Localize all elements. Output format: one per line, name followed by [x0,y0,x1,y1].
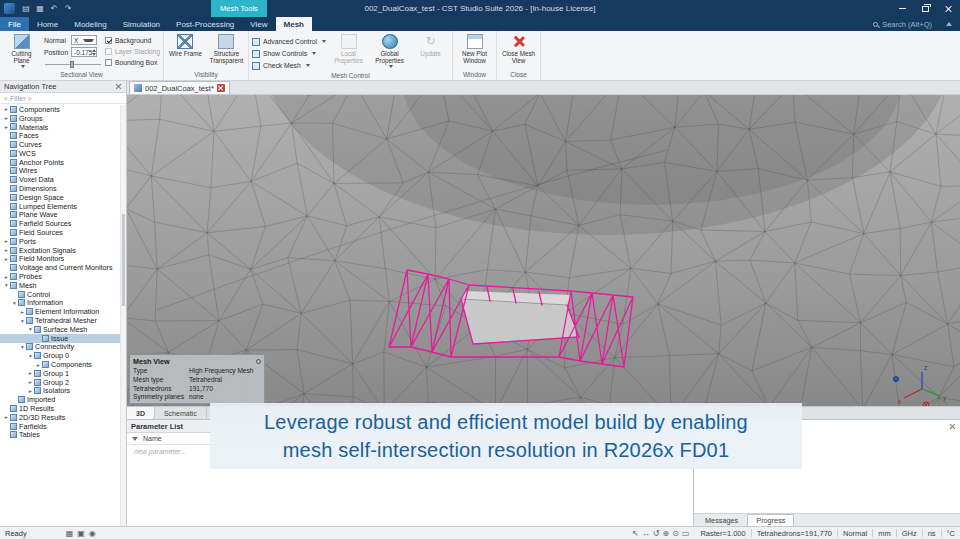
view-tab-3d[interactable]: 3D [127,407,155,419]
tree-expander-icon[interactable]: ▾ [27,353,34,359]
tree-item-group-2[interactable]: ▸Group 2 [0,378,126,387]
tree-item-imported[interactable]: Imported [0,395,126,404]
contextual-tab-mesh-tools[interactable]: Mesh Tools [211,0,267,17]
document-tab[interactable]: 002_DualCoax_test* [129,81,230,94]
close-panel-icon[interactable] [949,423,956,430]
mesh-3d-viewport[interactable]: xyz Mesh View TypeHigh Frequency MeshMes… [127,95,960,419]
collapse-ribbon-icon[interactable] [946,22,952,26]
close-panel-icon[interactable] [115,83,122,90]
tree-item-faces[interactable]: Faces [0,131,126,140]
tree-expander-icon[interactable]: ▸ [27,379,34,385]
tree-expander-icon[interactable]: ▾ [19,318,26,324]
tree-item-issue[interactable]: Issue [0,334,126,343]
pin-icon[interactable] [256,359,261,364]
doc-tab-close-icon[interactable] [217,84,225,92]
tree-expander-icon[interactable]: ▾ [19,344,26,350]
tree-item-farfields[interactable]: Farfields [0,422,126,431]
tree-expander-icon[interactable]: ▾ [3,282,10,288]
tree-item-materials[interactable]: ▸Materials [0,123,126,132]
tree-item-surface-mesh[interactable]: ▾Surface Mesh [0,325,126,334]
zoom-in-icon[interactable]: ⊕ [662,529,669,538]
tree-scrollbar[interactable] [120,105,126,526]
tree-item-field-sources[interactable]: Field Sources [0,228,126,237]
restore-button[interactable] [914,0,937,17]
rotate-icon[interactable]: ↺ [653,529,660,538]
menu-tab-simulation[interactable]: Simulation [115,17,168,31]
menu-tab-modeling[interactable]: Modeling [66,17,114,31]
new-icon[interactable]: ▤ [20,4,32,13]
menu-tab-mesh[interactable]: Mesh [276,17,312,31]
filter-icon[interactable] [132,437,138,441]
position-slider[interactable] [45,60,101,69]
spin-down-icon[interactable] [92,53,96,56]
tree-filter-input[interactable]: < Filter > [0,93,126,104]
tree-item-curves[interactable]: Curves [0,140,126,149]
tree-expander-icon[interactable]: ▾ [27,326,34,332]
tree-expander-icon[interactable]: ▸ [3,124,10,130]
tree-expander-icon[interactable]: ▸ [3,115,10,121]
search-box[interactable]: Search (Alt+Q) [873,17,960,31]
new-plot-window-button[interactable]: New Plot Window [456,33,493,65]
tree-expander-icon[interactable]: ▸ [3,414,10,420]
layout-icon[interactable]: ▦ [66,529,74,538]
tree-item-element-information[interactable]: ▸Element Information [0,307,126,316]
tree-item-design-space[interactable]: Design Space [0,193,126,202]
tree-item-farfield-sources[interactable]: Farfield Sources [0,219,126,228]
panel-tab-progress[interactable]: Progress [747,514,794,526]
tree-expander-icon[interactable]: ▸ [3,247,10,253]
checkbox-background[interactable]: Background [105,35,160,45]
show-controls-button[interactable]: Show Controls [252,48,326,59]
tree-expander-icon[interactable]: ▸ [19,309,26,315]
tree-item-isolators[interactable]: ▸Isolators [0,387,126,396]
spin-up-icon[interactable] [92,49,96,52]
tree-item-connectivity[interactable]: ▾Connectivity [0,343,126,352]
undo-icon[interactable]: ↶ [48,4,60,13]
tree-expander-icon[interactable]: ▸ [35,362,42,368]
panel-tab-messages[interactable]: Messages [696,514,747,526]
tree-item-group-0[interactable]: ▾Group 0 [0,351,126,360]
snapshot-icon[interactable]: ▣ [77,529,85,538]
redo-icon[interactable]: ↷ [62,4,74,13]
tree-item-components[interactable]: ▸Components [0,105,126,114]
close-mesh-view-button[interactable]: Close Mesh View [500,33,537,65]
tree-item-control[interactable]: Control [0,290,126,299]
checkbox-bounding-box[interactable]: Bounding Box [105,57,160,67]
tree-item-plane-wave[interactable]: Plane Wave [0,211,126,220]
close-button[interactable] [937,0,960,17]
tree-item-voxel-data[interactable]: Voxel Data [0,175,126,184]
tree-item-anchor-points[interactable]: Anchor Points [0,158,126,167]
tree-item-1d-results[interactable]: 1D Results [0,404,126,413]
tree-item-dimensions[interactable]: Dimensions [0,184,126,193]
menu-tab-file[interactable]: File [0,17,29,31]
check-mesh-button[interactable]: Check Mesh [252,60,326,71]
structure-transparent-button[interactable]: Structure Transparent [208,33,245,65]
tree-item-mesh[interactable]: ▾Mesh [0,281,126,290]
minimize-button[interactable] [891,0,914,17]
wire-frame-button[interactable]: Wire Frame [167,33,204,58]
tree-item-components[interactable]: ▸Components [0,360,126,369]
tree-expander-icon[interactable]: ▸ [27,370,34,376]
menu-tab-view[interactable]: View [242,17,275,31]
pan-icon[interactable]: ↔ [642,529,650,538]
tree-item-voltage-and-current-monitors[interactable]: Voltage and Current Monitors [0,263,126,272]
tree-item-lumped-elements[interactable]: Lumped Elements [0,202,126,211]
cutting-plane-button[interactable]: Cutting Plane [3,33,40,68]
grid-icon[interactable]: ▭ [682,529,690,538]
tree-item-wires[interactable]: Wires [0,167,126,176]
menu-tab-post-processing[interactable]: Post-Processing [168,17,242,31]
scrollbar-thumb[interactable] [122,214,125,306]
tree-expander-icon[interactable]: ▸ [3,238,10,244]
tree-expander-icon[interactable]: ▸ [3,274,10,280]
tree-expander-icon[interactable]: ▸ [3,256,10,262]
fit-view-icon[interactable]: ⊙ [672,529,679,538]
tree-item-wcs[interactable]: WCS [0,149,126,158]
tree-item-ports[interactable]: ▸Ports [0,237,126,246]
tree-item-tables[interactable]: Tables [0,430,126,439]
record-icon[interactable]: ◉ [89,529,96,538]
tree-item-2d-3d-results[interactable]: ▸2D/3D Results [0,413,126,422]
view-tab-schematic[interactable]: Schematic [155,407,207,419]
menu-tab-home[interactable]: Home [29,17,66,31]
tree-expander-icon[interactable]: ▸ [27,388,34,394]
save-icon[interactable]: ▦ [34,4,46,13]
global-properties-button[interactable]: Global Properties [371,33,408,68]
